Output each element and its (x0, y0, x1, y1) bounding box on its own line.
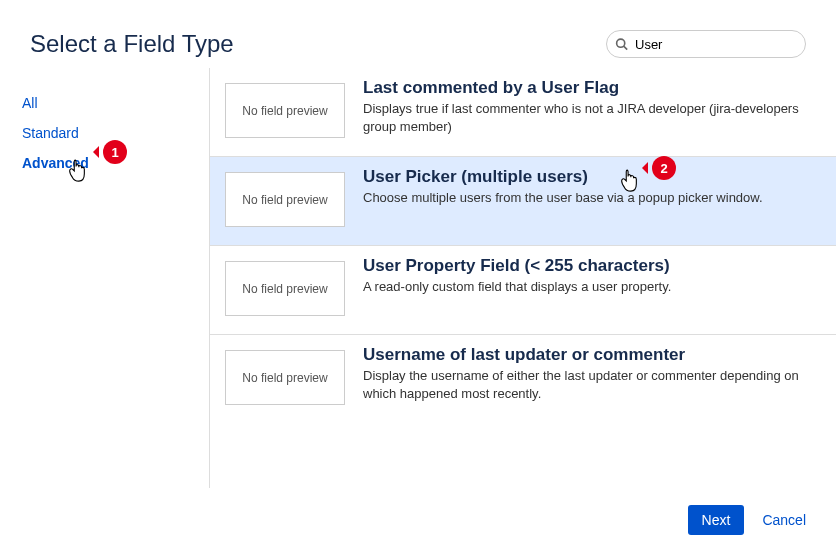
search-icon (615, 38, 628, 51)
field-description: A read-only custom field that displays a… (363, 278, 671, 296)
field-title: User Picker (multiple users) (363, 167, 763, 187)
page-title: Select a Field Type (30, 30, 234, 58)
svg-line-1 (624, 46, 627, 49)
next-button[interactable]: Next (688, 505, 745, 535)
field-title: User Property Field (< 255 characters) (363, 256, 671, 276)
field-preview-placeholder: No field preview (225, 350, 345, 405)
svg-point-0 (617, 39, 625, 47)
search-wrapper (606, 30, 806, 58)
field-preview-placeholder: No field preview (225, 172, 345, 227)
field-preview-placeholder: No field preview (225, 83, 345, 138)
field-title: Last commented by a User Flag (363, 78, 821, 98)
field-row[interactable]: No field preview Username of last update… (210, 335, 836, 423)
field-description: Display the username of either the last … (363, 367, 821, 403)
cancel-button[interactable]: Cancel (762, 512, 806, 528)
search-input[interactable] (606, 30, 806, 58)
field-row[interactable]: No field preview User Picker (multiple u… (210, 157, 836, 246)
sidebar-item-all[interactable]: All (22, 88, 209, 118)
sidebar-item-advanced[interactable]: Advanced (22, 148, 209, 178)
field-row[interactable]: No field preview User Property Field (< … (210, 246, 836, 335)
sidebar: All Standard Advanced (0, 68, 210, 488)
field-title: Username of last updater or commenter (363, 345, 821, 365)
field-description: Displays true if last commenter who is n… (363, 100, 821, 136)
field-row[interactable]: No field preview Last commented by a Use… (210, 68, 836, 157)
field-description: Choose multiple users from the user base… (363, 189, 763, 207)
field-list: No field preview Last commented by a Use… (210, 68, 836, 488)
field-preview-placeholder: No field preview (225, 261, 345, 316)
sidebar-item-standard[interactable]: Standard (22, 118, 209, 148)
